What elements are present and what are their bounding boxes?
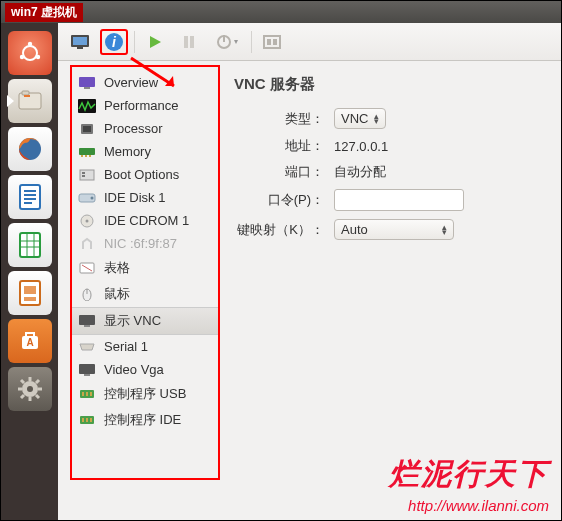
sidebar-item-serial[interactable]: Serial 1: [72, 335, 218, 358]
svg-rect-46: [84, 87, 90, 89]
address-label: 地址：: [234, 137, 334, 155]
watermark-text: 烂泥行天下: [389, 454, 549, 495]
svg-rect-65: [79, 315, 95, 325]
svg-rect-8: [20, 185, 40, 209]
svg-point-58: [91, 196, 94, 199]
sidebar-item-nic[interactable]: NIC :6f:9f:87: [72, 232, 218, 255]
sidebar-item-performance[interactable]: Performance: [72, 94, 218, 117]
svg-line-30: [36, 395, 39, 398]
keymap-label: 键映射（K）：: [234, 221, 334, 239]
svg-rect-50: [79, 148, 95, 155]
sidebar-label: 控制程序 USB: [104, 385, 186, 403]
svg-point-3: [35, 55, 39, 59]
svg-rect-45: [79, 77, 95, 87]
sidebar-item-boot[interactable]: Boot Options: [72, 163, 218, 186]
keymap-combo[interactable]: Auto▴▾: [334, 219, 454, 240]
svg-rect-68: [84, 374, 90, 376]
svg-rect-71: [86, 392, 88, 396]
launcher-dash[interactable]: [8, 31, 52, 75]
sidebar-label: 表格: [104, 259, 130, 277]
password-input[interactable]: [334, 189, 464, 211]
svg-point-0: [23, 46, 37, 60]
sidebar-label: 显示 VNC: [104, 312, 161, 330]
svg-rect-76: [90, 418, 92, 422]
svg-point-1: [27, 42, 31, 46]
launcher-software[interactable]: A: [8, 319, 52, 363]
window-title: win7 虚拟机: [5, 3, 83, 22]
sidebar-item-tablet[interactable]: 表格: [72, 255, 218, 281]
svg-rect-49: [83, 126, 91, 132]
svg-rect-67: [79, 364, 95, 374]
svg-rect-51: [81, 155, 83, 157]
svg-line-29: [21, 380, 24, 383]
sidebar-label: Video Vga: [104, 362, 164, 377]
svg-text:A: A: [26, 337, 33, 348]
launcher-impress[interactable]: [8, 271, 52, 315]
sidebar-item-video[interactable]: Video Vga: [72, 358, 218, 381]
svg-point-60: [86, 219, 89, 222]
svg-rect-19: [24, 286, 36, 294]
launcher-firefox[interactable]: [8, 127, 52, 171]
svg-line-32: [36, 380, 39, 383]
svg-rect-39: [190, 36, 194, 48]
annotation-arrow: [129, 56, 189, 96]
sidebar-label: IDE CDROM 1: [104, 213, 189, 228]
sidebar-label: 鼠标: [104, 285, 130, 303]
svg-rect-52: [85, 155, 87, 157]
sidebar-label: Boot Options: [104, 167, 179, 182]
sidebar-item-display[interactable]: 显示 VNC: [72, 307, 218, 335]
shutdown-button[interactable]: ▾: [209, 29, 245, 55]
fullscreen-button[interactable]: [258, 29, 286, 55]
launcher-settings[interactable]: [8, 367, 52, 411]
watermark-url: http://www.ilanni.com: [408, 497, 549, 514]
type-label: 类型：: [234, 110, 334, 128]
hardware-sidebar: Overview Performance Processor Memory Bo…: [70, 65, 220, 480]
address-value: 127.0.0.1: [334, 139, 551, 154]
port-value: 自动分配: [334, 163, 551, 181]
run-button[interactable]: [141, 29, 169, 55]
svg-rect-70: [82, 392, 84, 396]
sidebar-item-cdrom[interactable]: IDE CDROM 1: [72, 209, 218, 232]
svg-rect-44: [273, 39, 277, 45]
vm-details-window: i ▾ Overview Performance Processor Memor…: [58, 23, 561, 520]
sidebar-item-mouse[interactable]: 鼠标: [72, 281, 218, 307]
svg-rect-13: [20, 233, 40, 257]
sidebar-label: Memory: [104, 144, 151, 159]
sidebar-label: IDE Disk 1: [104, 190, 165, 205]
svg-point-24: [27, 386, 33, 392]
launcher-files[interactable]: [8, 79, 52, 123]
launcher-writer[interactable]: [8, 175, 52, 219]
svg-rect-43: [267, 39, 271, 45]
password-label: 口令(P)：: [234, 191, 334, 209]
svg-rect-35: [77, 47, 83, 49]
sidebar-item-controller-usb[interactable]: 控制程序 USB: [72, 381, 218, 407]
sidebar-item-disk[interactable]: IDE Disk 1: [72, 186, 218, 209]
sidebar-label: Serial 1: [104, 339, 148, 354]
unity-launcher: A: [1, 23, 58, 520]
svg-point-2: [19, 55, 23, 59]
console-button[interactable]: [66, 29, 94, 55]
svg-rect-34: [73, 37, 87, 45]
pause-button[interactable]: [175, 29, 203, 55]
svg-rect-72: [90, 392, 92, 396]
sidebar-label: NIC :6f:9f:87: [104, 236, 177, 251]
info-button[interactable]: i: [100, 29, 128, 55]
svg-rect-53: [89, 155, 91, 157]
sidebar-item-memory[interactable]: Memory: [72, 140, 218, 163]
titlebar: win7 虚拟机: [1, 1, 561, 23]
port-label: 端口：: [234, 163, 334, 181]
svg-line-77: [131, 58, 174, 86]
sidebar-item-controller-ide[interactable]: 控制程序 IDE: [72, 407, 218, 433]
type-combo[interactable]: VNC▴▾: [334, 108, 386, 129]
sidebar-label: Performance: [104, 98, 178, 113]
svg-rect-38: [184, 36, 188, 48]
details-panel: VNC 服务器 类型： VNC▴▾ 地址： 127.0.0.1 端口： 自动分配…: [224, 61, 561, 520]
sidebar-label: 控制程序 IDE: [104, 411, 181, 429]
launcher-calc[interactable]: [8, 223, 52, 267]
svg-rect-42: [264, 36, 280, 48]
section-title: VNC 服务器: [234, 75, 551, 94]
svg-line-31: [21, 395, 24, 398]
svg-rect-75: [86, 418, 88, 422]
sidebar-label: Processor: [104, 121, 163, 136]
sidebar-item-processor[interactable]: Processor: [72, 117, 218, 140]
